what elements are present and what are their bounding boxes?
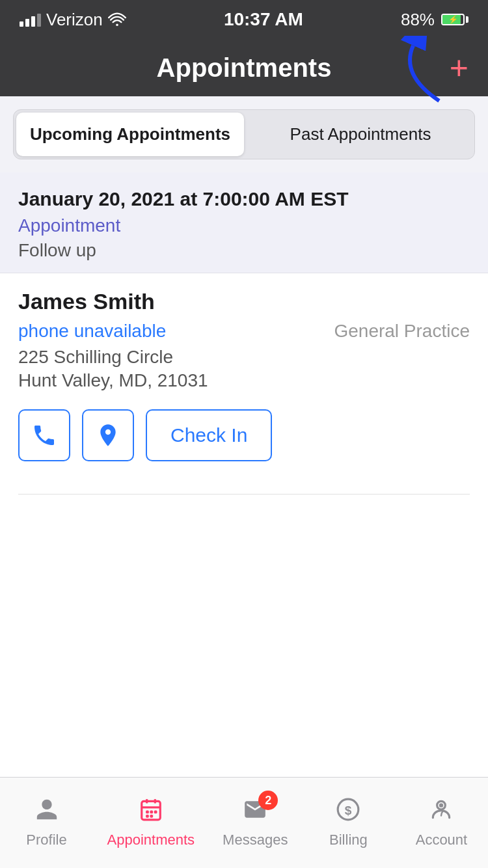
tab-bar-messages[interactable]: 2 Messages (223, 797, 288, 848)
battery-icon: ⚡ (441, 14, 468, 25)
appointment-type[interactable]: Appointment (18, 215, 470, 236)
main-content: Upcoming Appointments Past Appointments … (0, 96, 488, 592)
profile-label: Profile (26, 832, 66, 848)
tab-bar-appointments[interactable]: Appointments (107, 797, 195, 848)
profile-icon (34, 797, 59, 828)
divider (18, 494, 470, 495)
appointment-header: January 20, 2021 at 7:00:00 AM EST Appoi… (0, 172, 488, 273)
doctor-section: James Smith phone unavailable General Pr… (0, 273, 488, 481)
status-bar: Verizon 10:37 AM 88% ⚡ (0, 0, 488, 39)
carrier-label: Verizon (46, 10, 103, 30)
doctor-address-line1: 225 Schilling Circle (18, 347, 470, 368)
svg-rect-7 (150, 811, 153, 814)
tab-bar-billing[interactable]: $ Billing (316, 797, 381, 848)
account-icon (429, 797, 454, 828)
billing-label: Billing (329, 832, 368, 848)
tabs-container: Upcoming Appointments Past Appointments (0, 96, 488, 172)
battery-percent: 88% (401, 10, 435, 30)
signal-icon (20, 12, 41, 27)
checkin-button[interactable]: Check In (146, 409, 272, 461)
svg-rect-10 (150, 815, 153, 818)
svg-rect-6 (146, 811, 149, 814)
wifi-icon (108, 12, 126, 27)
tab-bar-profile[interactable]: Profile (14, 797, 79, 848)
appointments-icon (139, 797, 163, 828)
doctor-address-line2: Hunt Valley, MD, 21031 (18, 370, 470, 391)
phone-button[interactable] (18, 409, 70, 461)
page-title: Appointments (157, 53, 332, 83)
status-time: 10:37 AM (224, 9, 303, 30)
tab-upcoming[interactable]: Upcoming Appointments (16, 113, 244, 156)
billing-icon: $ (336, 797, 360, 828)
doctor-name: James Smith (18, 289, 470, 314)
svg-point-0 (116, 23, 118, 26)
doctor-specialty: General Practice (334, 321, 470, 342)
messages-badge: 2 (258, 791, 278, 810)
appointment-note: Follow up (18, 240, 470, 261)
tab-past[interactable]: Past Appointments (247, 110, 474, 159)
phone-icon (31, 422, 57, 448)
status-right: 88% ⚡ (401, 10, 468, 30)
account-label: Account (416, 832, 468, 848)
svg-rect-8 (154, 811, 157, 814)
location-icon (95, 422, 121, 448)
svg-rect-9 (146, 815, 149, 818)
nav-header: Appointments + (0, 39, 488, 96)
svg-text:$: $ (345, 804, 352, 817)
action-buttons: Check In (18, 409, 470, 465)
location-button[interactable] (82, 409, 134, 461)
messages-label: Messages (223, 832, 288, 848)
appointments-label: Appointments (107, 832, 195, 848)
tabs-row: Upcoming Appointments Past Appointments (13, 109, 475, 159)
appointment-date: January 20, 2021 at 7:00:00 AM EST (18, 188, 470, 210)
tab-bar-account[interactable]: Account (409, 797, 474, 848)
tab-bar: Profile Appointments (0, 777, 488, 868)
svg-point-14 (439, 804, 443, 807)
add-appointment-button[interactable]: + (450, 51, 468, 84)
doctor-phone[interactable]: phone unavailable (18, 321, 166, 342)
status-left: Verizon (20, 10, 126, 30)
messages-icon: 2 (243, 797, 267, 828)
